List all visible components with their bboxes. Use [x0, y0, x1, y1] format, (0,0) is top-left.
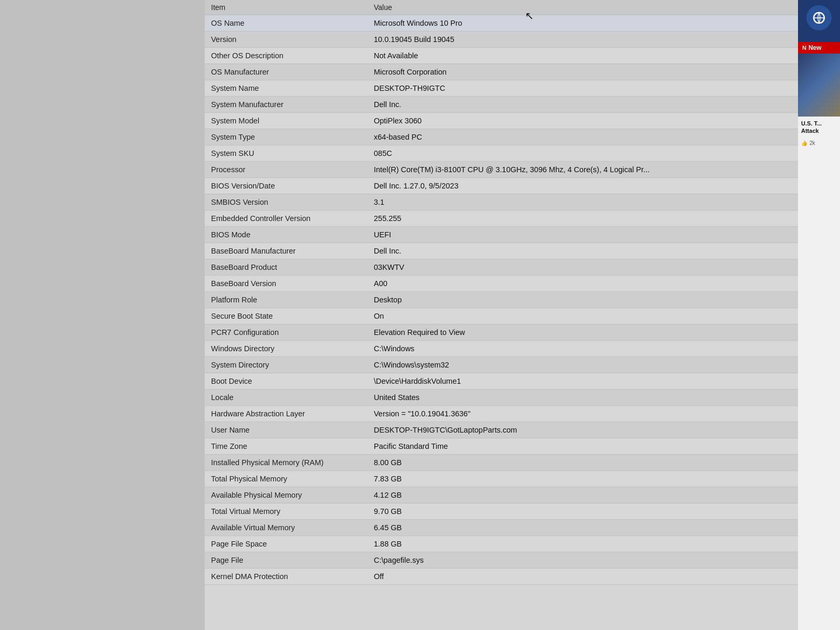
table-cell-value: 1.88 GB — [368, 536, 798, 552]
table-row: Kernel DMA ProtectionOff — [205, 569, 798, 585]
table-cell-item: Embedded Controller Version — [205, 211, 368, 227]
table-row: ProcessorIntel(R) Core(TM) i3-8100T CPU … — [205, 162, 798, 178]
table-cell-item: Locale — [205, 390, 368, 406]
table-cell-item: OS Manufacturer — [205, 64, 368, 80]
table-cell-item: BaseBoard Product — [205, 259, 368, 276]
table-row: System ManufacturerDell Inc. — [205, 97, 798, 113]
table-row: OS ManufacturerMicrosoft Corporation — [205, 64, 798, 80]
table-cell-value: Microsoft Windows 10 Pro — [368, 15, 798, 32]
table-cell-item: OS Name — [205, 15, 368, 32]
news-headline: U.S. T...Attack — [798, 117, 840, 138]
table-cell-value: Intel(R) Core(TM) i3-8100T CPU @ 3.10GHz… — [368, 162, 798, 178]
table-cell-item: BaseBoard Manufacturer — [205, 243, 368, 259]
table-cell-value: 10.0.19045 Build 19045 — [368, 32, 798, 48]
table-cell-value: DESKTOP-TH9IGTC — [368, 80, 798, 97]
table-cell-item: SMBIOS Version — [205, 194, 368, 211]
table-cell-item: Page File — [205, 552, 368, 569]
table-cell-value: C:\pagefile.sys — [368, 552, 798, 569]
system-info-table: Item Value OS NameMicrosoft Windows 10 P… — [205, 0, 798, 585]
table-cell-value: 6.45 GB — [368, 520, 798, 536]
col-header-value: Value — [368, 0, 798, 15]
table-cell-value: Not Available — [368, 48, 798, 64]
table-cell-value: On — [368, 308, 798, 324]
table-row: BaseBoard ManufacturerDell Inc. — [205, 243, 798, 259]
table-cell-value: United States — [368, 390, 798, 406]
table-cell-value: 9.70 GB — [368, 503, 798, 520]
table-cell-item: Available Virtual Memory — [205, 520, 368, 536]
table-row: BaseBoard VersionA00 — [205, 276, 798, 292]
table-row: System Typex64-based PC — [205, 129, 798, 145]
table-cell-item: BaseBoard Version — [205, 276, 368, 292]
table-cell-item: Available Physical Memory — [205, 487, 368, 503]
news-header: N New — [798, 42, 840, 54]
table-row: User NameDESKTOP-TH9IGTC\GotLaptopParts.… — [205, 422, 798, 438]
table-row: LocaleUnited States — [205, 390, 798, 406]
table-row: Time ZonePacific Standard Time — [205, 438, 798, 455]
table-cell-item: Page File Space — [205, 536, 368, 552]
table-cell-item: Version — [205, 32, 368, 48]
table-cell-value: x64-based PC — [368, 129, 798, 145]
table-cell-item: User Name — [205, 422, 368, 438]
table-row: BIOS ModeUEFI — [205, 227, 798, 243]
table-row: Boot Device\Device\HarddiskVolume1 — [205, 373, 798, 390]
table-row: Total Virtual Memory9.70 GB — [205, 503, 798, 520]
table-cell-value: Dell Inc. — [368, 97, 798, 113]
table-cell-value: Microsoft Corporation — [368, 64, 798, 80]
table-row: Other OS DescriptionNot Available — [205, 48, 798, 64]
news-badge: N — [802, 45, 806, 51]
table-cell-value: C:\Windows — [368, 341, 798, 357]
table-cell-item: PCR7 Configuration — [205, 324, 368, 341]
table-cell-value: Desktop — [368, 292, 798, 308]
table-row: PCR7 ConfigurationElevation Required to … — [205, 324, 798, 341]
table-row: Page FileC:\pagefile.sys — [205, 552, 798, 569]
table-row: Hardware Abstraction LayerVersion = "10.… — [205, 406, 798, 422]
table-row: Total Physical Memory7.83 GB — [205, 471, 798, 487]
table-cell-value: Version = "10.0.19041.3636" — [368, 406, 798, 422]
table-header-row: Item Value — [205, 0, 798, 15]
table-cell-item: Total Virtual Memory — [205, 503, 368, 520]
table-row: Platform RoleDesktop — [205, 292, 798, 308]
table-cell-item: System Model — [205, 113, 368, 129]
table-cell-value: 3.1 — [368, 194, 798, 211]
table-cell-item: Total Physical Memory — [205, 471, 368, 487]
col-header-item: Item — [205, 0, 368, 15]
table-cell-item: Kernel DMA Protection — [205, 569, 368, 585]
news-footer: 👍 2k — [798, 138, 840, 148]
table-row: BaseBoard Product03KWTV — [205, 259, 798, 276]
table-row: System SKU085C — [205, 145, 798, 162]
table-cell-item: BIOS Mode — [205, 227, 368, 243]
main-content: ↖ Item Value OS NameMicrosoft Windows 10… — [205, 0, 798, 630]
table-cell-item: Installed Physical Memory (RAM) — [205, 455, 368, 471]
table-cell-item: System Type — [205, 129, 368, 145]
table-cell-value: UEFI — [368, 227, 798, 243]
table-cell-value: 085C — [368, 145, 798, 162]
thumbs-up-icon: 👍 — [801, 140, 807, 146]
table-cell-value: 8.00 GB — [368, 455, 798, 471]
table-cell-item: Boot Device — [205, 373, 368, 390]
table-cell-item: System Manufacturer — [205, 97, 368, 113]
table-cell-value: 7.83 GB — [368, 471, 798, 487]
left-sidebar — [0, 0, 205, 630]
table-row: BIOS Version/DateDell Inc. 1.27.0, 9/5/2… — [205, 178, 798, 194]
table-cell-value: 03KWTV — [368, 259, 798, 276]
table-cell-value: 4.12 GB — [368, 487, 798, 503]
likes-count: 2k — [810, 140, 815, 146]
table-cell-value: Elevation Required to View — [368, 324, 798, 341]
table-row: Version10.0.19045 Build 19045 — [205, 32, 798, 48]
table-cell-item: System Name — [205, 80, 368, 97]
table-row: Available Physical Memory4.12 GB — [205, 487, 798, 503]
table-cell-item: Processor — [205, 162, 368, 178]
table-body: OS NameMicrosoft Windows 10 ProVersion10… — [205, 15, 798, 585]
table-cell-value: Pacific Standard Time — [368, 438, 798, 455]
table-cell-item: System Directory — [205, 357, 368, 373]
table-row: Windows DirectoryC:\Windows — [205, 341, 798, 357]
table-row: Embedded Controller Version255.255 — [205, 211, 798, 227]
table-cell-value: C:\Windows\system32 — [368, 357, 798, 373]
news-panel[interactable]: N New U.S. T...Attack 👍 2k — [798, 42, 840, 630]
table-cell-value: \Device\HarddiskVolume1 — [368, 373, 798, 390]
table-row: SMBIOS Version3.1 — [205, 194, 798, 211]
table-cell-item: Time Zone — [205, 438, 368, 455]
vpn-icon[interactable] — [806, 5, 832, 30]
table-cell-value: Dell Inc. 1.27.0, 9/5/2023 — [368, 178, 798, 194]
table-cell-value: OptiPlex 3060 — [368, 113, 798, 129]
